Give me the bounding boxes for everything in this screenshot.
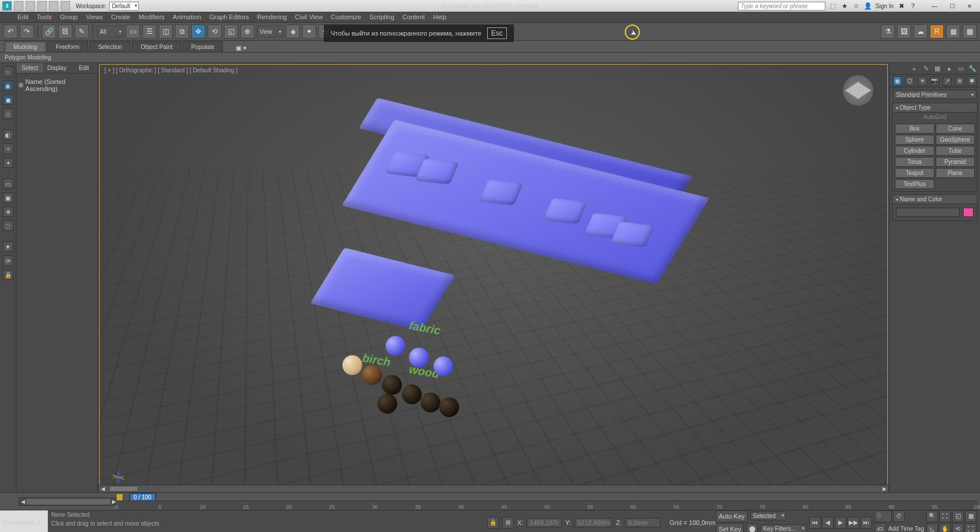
viewport-scrollbar[interactable]: ◀ ▶ (98, 485, 889, 493)
zoom-all-icon[interactable]: ⛶ (939, 510, 951, 522)
render-last-icon[interactable]: ▦ (946, 24, 960, 38)
app-icon[interactable]: 3 (2, 1, 12, 10)
coord-x-input[interactable]: 1465,167r (527, 518, 562, 527)
menu-tools[interactable]: Tools (37, 13, 52, 20)
render-icon[interactable]: ☁ (914, 24, 928, 38)
undo-icon[interactable]: ↶ (4, 24, 18, 38)
close-button[interactable]: ✕ (961, 1, 978, 10)
create-shapes-icon[interactable]: ⬡ (905, 76, 914, 86)
scene-column-header[interactable]: Name (Sorted Ascending) (19, 76, 95, 94)
goto-end-icon[interactable]: ⏭ (860, 517, 872, 528)
create-pyramid-button[interactable]: Pyramid (936, 157, 975, 167)
scroll-thumb[interactable] (109, 486, 138, 492)
goto-start-icon[interactable]: ⏮ (809, 517, 821, 528)
viewport[interactable]: [ + ] [ Orthographic ] [ Standard ] [ De… (99, 64, 888, 491)
se-bone-icon[interactable]: ▭ (3, 178, 13, 189)
se-helpers-icon[interactable]: ✧ (3, 144, 13, 154)
play-icon[interactable]: ▶ (835, 517, 846, 528)
manipulate-icon[interactable]: ✦ (302, 24, 316, 38)
maxscript-mini-listener[interactable]: Conversion d (0, 510, 48, 532)
zoom-extents-icon[interactable]: ◱ (952, 510, 964, 522)
zoom-extents-all-icon[interactable]: ▦ (965, 510, 977, 522)
cmd-display-icon[interactable]: ▭ (957, 65, 965, 73)
create-helpers-icon[interactable]: ↗ (943, 76, 951, 86)
se-lights-icon[interactable]: ◇ (3, 108, 13, 119)
time-config-icon[interactable]: ⏱ (893, 510, 905, 522)
fov-icon[interactable]: ◺ (926, 523, 938, 533)
placement-icon[interactable]: ⊕ (240, 24, 254, 38)
create-category-selector[interactable]: Standard Primitives (893, 90, 977, 99)
viewport-label[interactable]: [ + ] [ Orthographic ] [ Standard ] [ De… (104, 67, 237, 74)
menu-group[interactable]: Group (60, 13, 78, 20)
autokey-button[interactable]: Auto Key (716, 510, 748, 522)
orbit-icon[interactable]: ⟲ (952, 523, 964, 533)
cmd-hierarchy-icon[interactable]: ▦ (933, 65, 942, 73)
cmd-motion-icon[interactable]: ● (945, 65, 953, 73)
help-icon[interactable]: ? (909, 2, 917, 10)
redo-icon[interactable]: ↷ (20, 24, 34, 38)
qat-redo-icon[interactable] (61, 1, 70, 10)
menu-views[interactable]: Views (86, 13, 103, 20)
keymode-selector[interactable]: Selected (750, 512, 787, 520)
unlink-icon[interactable]: ⛓ (58, 24, 72, 38)
scene-tab-display[interactable]: Display (43, 63, 70, 73)
create-torus-button[interactable]: Torus (895, 157, 935, 167)
create-textplus-button[interactable]: TextPlus (895, 179, 935, 189)
ribbon-tab-selection[interactable]: Selection (89, 41, 131, 52)
se-cameras-icon[interactable]: ◐ (3, 130, 13, 140)
render-frame-icon[interactable]: 🖼 (897, 24, 911, 38)
menu-rendering[interactable]: Rendering (257, 13, 287, 20)
material-preview-group[interactable]: fabric birch wood (275, 321, 485, 438)
se-container-icon[interactable]: ▣ (3, 192, 13, 203)
coord-z-input[interactable]: 0,0mm (625, 518, 660, 527)
subscription-icon[interactable]: ⬚ (829, 2, 837, 10)
minimize-button[interactable]: — (926, 1, 943, 10)
window-crossing-icon[interactable]: ⧉ (175, 24, 189, 38)
menu-content[interactable]: Content (402, 13, 425, 20)
pivot-icon[interactable]: ◈ (286, 24, 300, 38)
move-icon[interactable]: ✥ (191, 24, 205, 38)
ribbon-panel-label[interactable]: Polygon Modeling (5, 54, 51, 61)
prev-frame-icon[interactable]: ◀ (822, 517, 834, 528)
pan-icon[interactable]: ✋ (939, 523, 951, 533)
se-sync-icon[interactable]: ⟳ (3, 256, 13, 266)
coord-y-input[interactable]: 5212,868m (575, 518, 612, 527)
qat-open-icon[interactable] (26, 1, 35, 10)
create-spacewarps-icon[interactable]: ≋ (955, 76, 964, 86)
select-region-icon[interactable]: ◫ (159, 24, 173, 38)
create-plane-button[interactable]: Plane (936, 168, 975, 178)
menu-edit[interactable]: Edit (18, 13, 29, 20)
create-geometry-icon[interactable]: ◉ (893, 76, 902, 86)
current-frame-input[interactable]: 0 (874, 510, 892, 522)
setkey-big-icon[interactable]: ⬤ (746, 523, 758, 533)
scroll-left-icon[interactable]: ◀ (99, 486, 107, 492)
cmd-add-icon[interactable]: + (910, 65, 918, 73)
scene-tab-edit[interactable]: Edit (71, 63, 97, 73)
menu-modifiers[interactable]: Modifiers (138, 13, 164, 20)
scene-sofa[interactable] (298, 129, 660, 304)
select-name-icon[interactable]: ☰ (142, 24, 156, 38)
menu-civilview[interactable]: Civil View (295, 13, 323, 20)
se-display-all-icon[interactable]: ○ (3, 66, 13, 77)
star-icon[interactable]: ★ (841, 2, 849, 10)
scroll-right-icon[interactable]: ▶ (880, 486, 888, 492)
menu-scripting[interactable]: Scripting (369, 13, 394, 20)
setkey-button[interactable]: Set Key (716, 523, 744, 533)
select-icon[interactable]: ▭ (126, 24, 140, 38)
maximize-viewport-icon[interactable]: ⛶ (965, 523, 977, 533)
create-cylinder-button[interactable]: Cylinder (895, 146, 935, 156)
se-sort-icon[interactable]: ▼ (3, 242, 13, 252)
user-icon[interactable]: 👤 (864, 2, 872, 10)
se-spacewarps-icon[interactable]: ✶ (3, 158, 13, 168)
viewcube[interactable] (843, 75, 873, 106)
object-color-swatch[interactable] (963, 208, 974, 217)
sign-in-link[interactable]: Sign In (876, 3, 894, 9)
ribbon-tab-freeform[interactable]: Freeform (47, 41, 89, 52)
create-geosphere-button[interactable]: GeoSphere (936, 135, 975, 145)
create-cameras-icon[interactable]: 📷 (930, 76, 939, 86)
se-frozen-icon[interactable]: ❄ (3, 206, 13, 217)
create-tube-button[interactable]: Tube (936, 146, 975, 156)
menu-help[interactable]: Help (433, 13, 446, 20)
menu-grapheditors[interactable]: Graph Editors (209, 13, 249, 20)
help-search-input[interactable]: Type a keyword or phrase (738, 2, 825, 10)
